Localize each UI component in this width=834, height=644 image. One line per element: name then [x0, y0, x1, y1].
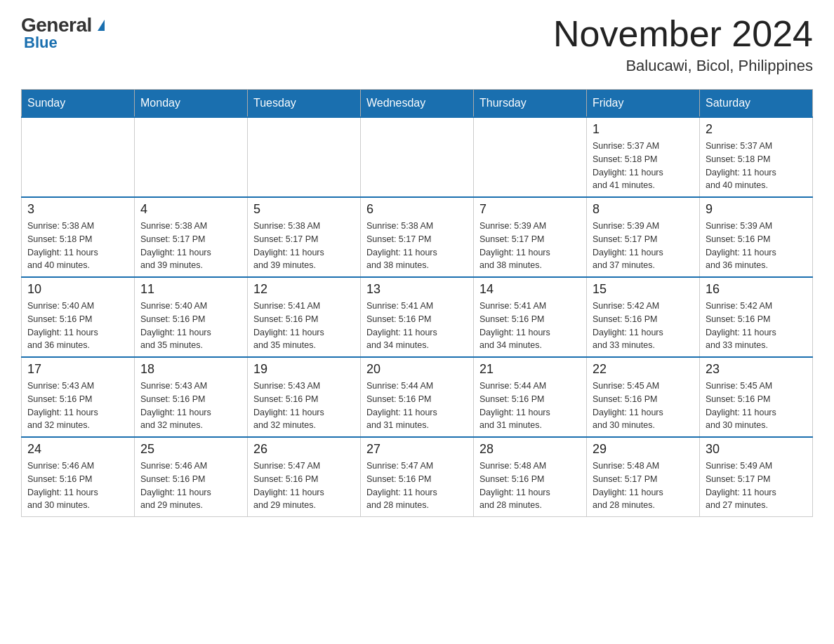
day-info: Sunrise: 5:39 AMSunset: 5:17 PMDaylight:…: [593, 220, 694, 272]
day-info: Sunrise: 5:43 AMSunset: 5:16 PMDaylight:…: [253, 380, 355, 432]
weekday-header-tuesday: Tuesday: [248, 90, 361, 118]
calendar-cell: 12Sunrise: 5:41 AMSunset: 5:16 PMDayligh…: [248, 277, 361, 357]
page-header: General Blue November 2024 Balucawi, Bic…: [21, 14, 813, 75]
calendar-cell: 1Sunrise: 5:37 AMSunset: 5:18 PMDaylight…: [587, 117, 700, 197]
day-number: 24: [27, 442, 128, 457]
calendar-cell: 16Sunrise: 5:42 AMSunset: 5:16 PMDayligh…: [700, 277, 813, 357]
calendar-cell: 28Sunrise: 5:48 AMSunset: 5:16 PMDayligh…: [474, 437, 587, 517]
logo: General Blue: [21, 14, 105, 52]
weekday-header-thursday: Thursday: [474, 90, 587, 118]
day-number: 14: [479, 282, 581, 297]
day-number: 22: [593, 362, 694, 377]
day-number: 23: [706, 362, 807, 377]
calendar-cell: 30Sunrise: 5:49 AMSunset: 5:17 PMDayligh…: [700, 437, 813, 517]
calendar-cell: [22, 117, 135, 197]
day-info: Sunrise: 5:41 AMSunset: 5:16 PMDaylight:…: [253, 300, 355, 352]
day-info: Sunrise: 5:44 AMSunset: 5:16 PMDaylight:…: [479, 380, 581, 432]
day-info: Sunrise: 5:38 AMSunset: 5:18 PMDaylight:…: [27, 220, 128, 272]
day-number: 19: [253, 362, 355, 377]
calendar-cell: 13Sunrise: 5:41 AMSunset: 5:16 PMDayligh…: [361, 277, 474, 357]
day-info: Sunrise: 5:39 AMSunset: 5:16 PMDaylight:…: [706, 220, 807, 272]
day-info: Sunrise: 5:45 AMSunset: 5:16 PMDaylight:…: [593, 380, 694, 432]
weekday-header-row: SundayMondayTuesdayWednesdayThursdayFrid…: [22, 90, 813, 118]
weekday-header-friday: Friday: [587, 90, 700, 118]
day-number: 11: [140, 282, 241, 297]
day-number: 8: [593, 202, 694, 217]
day-number: 10: [27, 282, 128, 297]
day-info: Sunrise: 5:43 AMSunset: 5:16 PMDaylight:…: [27, 380, 128, 432]
calendar-cell: 27Sunrise: 5:47 AMSunset: 5:16 PMDayligh…: [361, 437, 474, 517]
day-info: Sunrise: 5:46 AMSunset: 5:16 PMDaylight:…: [140, 459, 241, 512]
day-number: 18: [140, 362, 241, 377]
calendar-cell: 2Sunrise: 5:37 AMSunset: 5:18 PMDaylight…: [700, 117, 813, 197]
day-info: Sunrise: 5:41 AMSunset: 5:16 PMDaylight:…: [366, 300, 468, 352]
day-info: Sunrise: 5:42 AMSunset: 5:16 PMDaylight:…: [706, 300, 807, 352]
calendar-cell: 14Sunrise: 5:41 AMSunset: 5:16 PMDayligh…: [474, 277, 587, 357]
calendar-cell: 24Sunrise: 5:46 AMSunset: 5:16 PMDayligh…: [22, 437, 135, 517]
day-number: 9: [706, 202, 807, 217]
day-number: 3: [27, 202, 128, 217]
day-number: 13: [366, 282, 468, 297]
day-number: 16: [706, 282, 807, 297]
week-row-5: 24Sunrise: 5:46 AMSunset: 5:16 PMDayligh…: [22, 437, 813, 517]
calendar-cell: 18Sunrise: 5:43 AMSunset: 5:16 PMDayligh…: [135, 357, 248, 437]
day-info: Sunrise: 5:40 AMSunset: 5:16 PMDaylight:…: [27, 300, 128, 352]
calendar-table: SundayMondayTuesdayWednesdayThursdayFrid…: [21, 89, 813, 517]
day-info: Sunrise: 5:39 AMSunset: 5:17 PMDaylight:…: [479, 220, 581, 272]
day-info: Sunrise: 5:38 AMSunset: 5:17 PMDaylight:…: [253, 220, 355, 272]
logo-blue: Blue: [24, 34, 58, 52]
day-info: Sunrise: 5:40 AMSunset: 5:16 PMDaylight:…: [140, 300, 241, 352]
day-number: 26: [253, 442, 355, 457]
day-number: 25: [140, 442, 241, 457]
day-info: Sunrise: 5:45 AMSunset: 5:16 PMDaylight:…: [706, 380, 807, 432]
calendar-cell: 5Sunrise: 5:38 AMSunset: 5:17 PMDaylight…: [248, 197, 361, 277]
day-number: 21: [479, 362, 581, 377]
calendar-cell: 22Sunrise: 5:45 AMSunset: 5:16 PMDayligh…: [587, 357, 700, 437]
day-info: Sunrise: 5:46 AMSunset: 5:16 PMDaylight:…: [27, 459, 128, 512]
calendar-cell: 19Sunrise: 5:43 AMSunset: 5:16 PMDayligh…: [248, 357, 361, 437]
calendar-cell: 26Sunrise: 5:47 AMSunset: 5:16 PMDayligh…: [248, 437, 361, 517]
calendar-cell: 23Sunrise: 5:45 AMSunset: 5:16 PMDayligh…: [700, 357, 813, 437]
calendar-cell: 29Sunrise: 5:48 AMSunset: 5:17 PMDayligh…: [587, 437, 700, 517]
calendar-cell: 6Sunrise: 5:38 AMSunset: 5:17 PMDaylight…: [361, 197, 474, 277]
calendar-cell: 11Sunrise: 5:40 AMSunset: 5:16 PMDayligh…: [135, 277, 248, 357]
weekday-header-saturday: Saturday: [700, 90, 813, 118]
day-info: Sunrise: 5:44 AMSunset: 5:16 PMDaylight:…: [366, 380, 468, 432]
weekday-header-wednesday: Wednesday: [361, 90, 474, 118]
calendar-cell: 25Sunrise: 5:46 AMSunset: 5:16 PMDayligh…: [135, 437, 248, 517]
day-number: 30: [706, 442, 807, 457]
calendar-cell: 15Sunrise: 5:42 AMSunset: 5:16 PMDayligh…: [587, 277, 700, 357]
calendar-cell: 9Sunrise: 5:39 AMSunset: 5:16 PMDaylight…: [700, 197, 813, 277]
calendar-cell: 20Sunrise: 5:44 AMSunset: 5:16 PMDayligh…: [361, 357, 474, 437]
calendar-cell: [248, 117, 361, 197]
day-number: 29: [593, 442, 694, 457]
month-title: November 2024: [553, 14, 813, 54]
weekday-header-monday: Monday: [135, 90, 248, 118]
day-number: 2: [706, 122, 807, 137]
day-number: 1: [593, 122, 694, 137]
calendar-cell: 7Sunrise: 5:39 AMSunset: 5:17 PMDaylight…: [474, 197, 587, 277]
day-info: Sunrise: 5:37 AMSunset: 5:18 PMDaylight:…: [593, 140, 694, 192]
day-info: Sunrise: 5:48 AMSunset: 5:17 PMDaylight:…: [593, 459, 694, 512]
day-number: 27: [366, 442, 468, 457]
day-number: 20: [366, 362, 468, 377]
day-info: Sunrise: 5:43 AMSunset: 5:16 PMDaylight:…: [140, 380, 241, 432]
day-info: Sunrise: 5:38 AMSunset: 5:17 PMDaylight:…: [140, 220, 241, 272]
calendar-cell: [135, 117, 248, 197]
day-number: 4: [140, 202, 241, 217]
calendar-cell: 21Sunrise: 5:44 AMSunset: 5:16 PMDayligh…: [474, 357, 587, 437]
calendar-cell: [474, 117, 587, 197]
week-row-3: 10Sunrise: 5:40 AMSunset: 5:16 PMDayligh…: [22, 277, 813, 357]
calendar-cell: 8Sunrise: 5:39 AMSunset: 5:17 PMDaylight…: [587, 197, 700, 277]
calendar-cell: 4Sunrise: 5:38 AMSunset: 5:17 PMDaylight…: [135, 197, 248, 277]
day-number: 6: [366, 202, 468, 217]
location-subtitle: Balucawi, Bicol, Philippines: [553, 57, 813, 75]
day-info: Sunrise: 5:38 AMSunset: 5:17 PMDaylight:…: [366, 220, 468, 272]
day-number: 28: [479, 442, 581, 457]
week-row-4: 17Sunrise: 5:43 AMSunset: 5:16 PMDayligh…: [22, 357, 813, 437]
day-number: 12: [253, 282, 355, 297]
day-info: Sunrise: 5:49 AMSunset: 5:17 PMDaylight:…: [706, 459, 807, 512]
day-info: Sunrise: 5:47 AMSunset: 5:16 PMDaylight:…: [366, 459, 468, 512]
calendar-cell: 17Sunrise: 5:43 AMSunset: 5:16 PMDayligh…: [22, 357, 135, 437]
calendar-cell: 10Sunrise: 5:40 AMSunset: 5:16 PMDayligh…: [22, 277, 135, 357]
